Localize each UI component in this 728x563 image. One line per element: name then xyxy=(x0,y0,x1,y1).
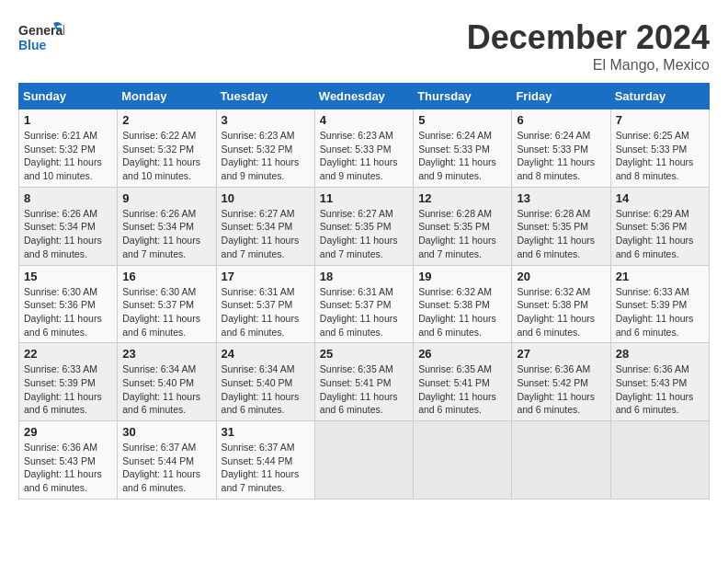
day-number: 4 xyxy=(320,113,408,127)
table-row: 23Sunrise: 6:34 AM Sunset: 5:40 PM Dayli… xyxy=(118,343,216,421)
col-tuesday: Tuesday xyxy=(216,84,314,109)
day-number: 19 xyxy=(418,270,506,283)
table-row xyxy=(314,421,413,500)
day-info: Sunrise: 6:25 AM Sunset: 5:33 PM Dayligh… xyxy=(616,129,704,183)
day-number: 1 xyxy=(24,113,112,127)
table-row: 26Sunrise: 6:35 AM Sunset: 5:41 PM Dayli… xyxy=(414,343,512,421)
table-row: 14Sunrise: 6:29 AM Sunset: 5:36 PM Dayli… xyxy=(610,187,709,265)
calendar-week-row: 8Sunrise: 6:26 AM Sunset: 5:34 PM Daylig… xyxy=(19,187,710,265)
day-number: 8 xyxy=(24,191,112,205)
day-info: Sunrise: 6:24 AM Sunset: 5:33 PM Dayligh… xyxy=(517,129,605,183)
day-number: 25 xyxy=(320,347,408,361)
day-number: 17 xyxy=(222,270,310,283)
day-number: 21 xyxy=(616,270,704,283)
calendar-header-row: Sunday Monday Tuesday Wednesday Thursday… xyxy=(19,84,710,109)
col-thursday: Thursday xyxy=(414,84,512,109)
day-number: 2 xyxy=(122,113,210,127)
day-info: Sunrise: 6:36 AM Sunset: 5:43 PM Dayligh… xyxy=(24,441,112,495)
day-info: Sunrise: 6:35 AM Sunset: 5:41 PM Dayligh… xyxy=(320,362,408,417)
day-number: 22 xyxy=(24,347,112,361)
day-info: Sunrise: 6:34 AM Sunset: 5:40 PM Dayligh… xyxy=(122,362,210,417)
col-sunday: Sunday xyxy=(19,84,118,109)
day-info: Sunrise: 6:34 AM Sunset: 5:40 PM Dayligh… xyxy=(222,362,310,417)
col-wednesday: Wednesday xyxy=(314,84,413,109)
day-number: 6 xyxy=(517,113,605,127)
table-row: 4Sunrise: 6:23 AM Sunset: 5:33 PM Daylig… xyxy=(314,109,413,188)
day-number: 16 xyxy=(122,270,210,283)
table-row: 21Sunrise: 6:33 AM Sunset: 5:39 PM Dayli… xyxy=(610,265,709,343)
logo: General Blue xyxy=(18,18,64,63)
day-number: 24 xyxy=(222,347,310,361)
table-row: 30Sunrise: 6:37 AM Sunset: 5:44 PM Dayli… xyxy=(118,421,216,500)
table-row: 11Sunrise: 6:27 AM Sunset: 5:35 PM Dayli… xyxy=(314,187,413,265)
day-number: 26 xyxy=(418,347,506,361)
table-row: 20Sunrise: 6:32 AM Sunset: 5:38 PM Dayli… xyxy=(512,265,610,343)
table-row: 15Sunrise: 6:30 AM Sunset: 5:36 PM Dayli… xyxy=(19,265,118,343)
day-info: Sunrise: 6:28 AM Sunset: 5:35 PM Dayligh… xyxy=(517,207,605,261)
col-monday: Monday xyxy=(118,84,216,109)
table-row: 29Sunrise: 6:36 AM Sunset: 5:43 PM Dayli… xyxy=(19,421,118,500)
day-info: Sunrise: 6:33 AM Sunset: 5:39 PM Dayligh… xyxy=(24,362,112,417)
day-number: 5 xyxy=(418,113,506,127)
page-header: General Blue December 2024 El Mango, Mex… xyxy=(18,18,710,74)
day-info: Sunrise: 6:26 AM Sunset: 5:34 PM Dayligh… xyxy=(24,207,112,261)
table-row: 27Sunrise: 6:36 AM Sunset: 5:42 PM Dayli… xyxy=(512,343,610,421)
day-number: 29 xyxy=(24,425,112,439)
day-number: 14 xyxy=(616,191,704,205)
day-number: 18 xyxy=(320,270,408,283)
table-row: 13Sunrise: 6:28 AM Sunset: 5:35 PM Dayli… xyxy=(512,187,610,265)
day-info: Sunrise: 6:22 AM Sunset: 5:32 PM Dayligh… xyxy=(122,129,210,183)
table-row: 6Sunrise: 6:24 AM Sunset: 5:33 PM Daylig… xyxy=(512,109,610,188)
day-number: 3 xyxy=(222,113,310,127)
day-info: Sunrise: 6:30 AM Sunset: 5:36 PM Dayligh… xyxy=(24,285,112,339)
day-number: 15 xyxy=(24,270,112,283)
day-info: Sunrise: 6:29 AM Sunset: 5:36 PM Dayligh… xyxy=(616,207,704,261)
day-number: 31 xyxy=(222,425,310,439)
logo-graphic: General Blue xyxy=(18,18,64,63)
day-info: Sunrise: 6:23 AM Sunset: 5:33 PM Dayligh… xyxy=(320,129,408,183)
day-info: Sunrise: 6:37 AM Sunset: 5:44 PM Dayligh… xyxy=(222,441,310,495)
day-number: 23 xyxy=(122,347,210,361)
day-info: Sunrise: 6:27 AM Sunset: 5:35 PM Dayligh… xyxy=(320,207,408,261)
day-number: 20 xyxy=(517,270,605,283)
svg-text:Blue: Blue xyxy=(18,38,47,52)
table-row: 16Sunrise: 6:30 AM Sunset: 5:37 PM Dayli… xyxy=(118,265,216,343)
table-row xyxy=(512,421,610,500)
day-info: Sunrise: 6:31 AM Sunset: 5:37 PM Dayligh… xyxy=(320,285,408,339)
calendar-week-row: 15Sunrise: 6:30 AM Sunset: 5:36 PM Dayli… xyxy=(19,265,710,343)
day-number: 9 xyxy=(122,191,210,205)
table-row: 5Sunrise: 6:24 AM Sunset: 5:33 PM Daylig… xyxy=(414,109,512,188)
calendar-week-row: 29Sunrise: 6:36 AM Sunset: 5:43 PM Dayli… xyxy=(19,421,710,500)
month-title: December 2024 xyxy=(467,18,710,57)
day-info: Sunrise: 6:28 AM Sunset: 5:35 PM Dayligh… xyxy=(418,207,506,261)
day-number: 13 xyxy=(517,191,605,205)
table-row: 12Sunrise: 6:28 AM Sunset: 5:35 PM Dayli… xyxy=(414,187,512,265)
table-row: 18Sunrise: 6:31 AM Sunset: 5:37 PM Dayli… xyxy=(314,265,413,343)
day-info: Sunrise: 6:36 AM Sunset: 5:42 PM Dayligh… xyxy=(517,362,605,417)
calendar-week-row: 1Sunrise: 6:21 AM Sunset: 5:32 PM Daylig… xyxy=(19,109,710,188)
table-row: 2Sunrise: 6:22 AM Sunset: 5:32 PM Daylig… xyxy=(118,109,216,188)
day-info: Sunrise: 6:32 AM Sunset: 5:38 PM Dayligh… xyxy=(517,285,605,339)
table-row: 28Sunrise: 6:36 AM Sunset: 5:43 PM Dayli… xyxy=(610,343,709,421)
day-info: Sunrise: 6:31 AM Sunset: 5:37 PM Dayligh… xyxy=(222,285,310,339)
table-row: 31Sunrise: 6:37 AM Sunset: 5:44 PM Dayli… xyxy=(216,421,314,500)
day-info: Sunrise: 6:36 AM Sunset: 5:43 PM Dayligh… xyxy=(616,362,704,417)
day-info: Sunrise: 6:23 AM Sunset: 5:32 PM Dayligh… xyxy=(222,129,310,183)
location-title: El Mango, Mexico xyxy=(467,57,710,74)
day-number: 10 xyxy=(222,191,310,205)
day-number: 27 xyxy=(517,347,605,361)
table-row: 17Sunrise: 6:31 AM Sunset: 5:37 PM Dayli… xyxy=(216,265,314,343)
table-row: 1Sunrise: 6:21 AM Sunset: 5:32 PM Daylig… xyxy=(19,109,118,188)
day-info: Sunrise: 6:32 AM Sunset: 5:38 PM Dayligh… xyxy=(418,285,506,339)
day-info: Sunrise: 6:35 AM Sunset: 5:41 PM Dayligh… xyxy=(418,362,506,417)
table-row: 25Sunrise: 6:35 AM Sunset: 5:41 PM Dayli… xyxy=(314,343,413,421)
day-number: 7 xyxy=(616,113,704,127)
table-row: 9Sunrise: 6:26 AM Sunset: 5:34 PM Daylig… xyxy=(118,187,216,265)
day-info: Sunrise: 6:27 AM Sunset: 5:34 PM Dayligh… xyxy=(222,207,310,261)
table-row: 19Sunrise: 6:32 AM Sunset: 5:38 PM Dayli… xyxy=(414,265,512,343)
calendar-week-row: 22Sunrise: 6:33 AM Sunset: 5:39 PM Dayli… xyxy=(19,343,710,421)
day-info: Sunrise: 6:37 AM Sunset: 5:44 PM Dayligh… xyxy=(122,441,210,495)
table-row: 10Sunrise: 6:27 AM Sunset: 5:34 PM Dayli… xyxy=(216,187,314,265)
table-row xyxy=(414,421,512,500)
day-number: 30 xyxy=(122,425,210,439)
